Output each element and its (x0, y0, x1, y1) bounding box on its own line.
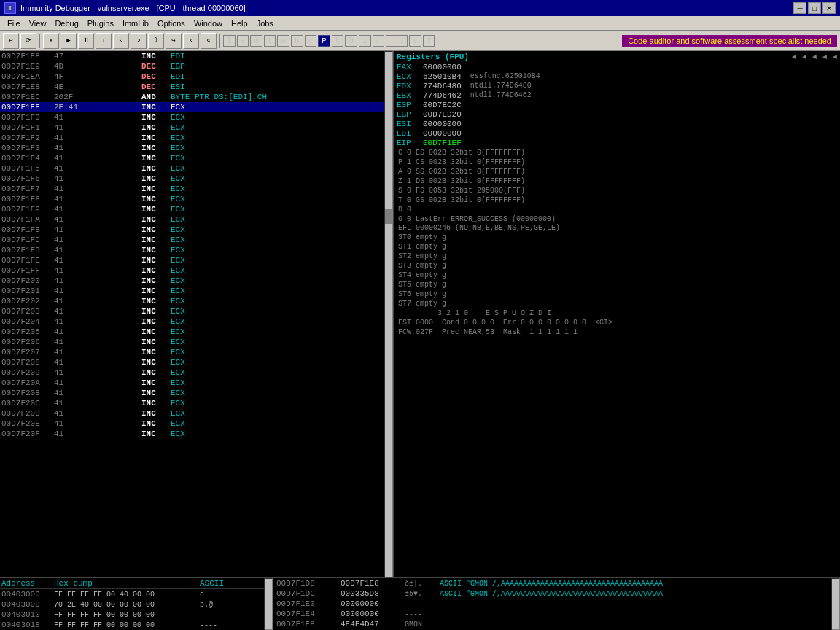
disasm-row[interactable]: 00D7F1FF 41 INC ECX (0, 265, 393, 276)
toolbar-ff[interactable]: » (183, 33, 199, 49)
menu-item-immlib[interactable]: ImmLib (118, 18, 153, 28)
disasm-row[interactable]: 00D7F209 41 INC ECX (0, 368, 393, 378)
nav-p[interactable]: P (318, 35, 330, 47)
disasm-row[interactable]: 00D7F1EE 2E:41 INC ECX (0, 102, 393, 112)
disasm-row[interactable]: 00D7F201 41 INC ECX (0, 286, 393, 296)
disasm-scrollbar[interactable] (384, 51, 393, 578)
disasm-row[interactable]: 00D7F20B 41 INC ECX (0, 388, 393, 398)
menu-item-window[interactable]: Window (190, 18, 227, 28)
disasm-row[interactable]: 00D7F1E9 4D DEC EBP (0, 61, 393, 71)
disasm-row[interactable]: 00D7F20A 41 INC ECX (0, 378, 393, 388)
nav-k[interactable]: k (332, 35, 344, 47)
nav-s[interactable]: s (409, 35, 421, 47)
hex-row[interactable]: 00403018 FF FF FF FF 00 00 00 00 ---- (0, 620, 273, 630)
disasm-row[interactable]: 00D7F1F9 41 INC ECX (0, 204, 393, 214)
stack-row[interactable]: 00D7F1E4 00000000 ---- (273, 609, 840, 619)
close-button[interactable]: ✕ (822, 2, 836, 14)
disasm-row[interactable]: 00D7F1F8 41 INC ECX (0, 194, 393, 204)
toolbar-trace[interactable]: ⤵ (148, 33, 164, 49)
stack-row[interactable]: 00D7F1E8 4E4F4D47 GMON (273, 619, 840, 629)
hex-scrollbar[interactable] (264, 578, 273, 630)
nav-b[interactable]: b (345, 35, 357, 47)
disasm-row[interactable]: 00D7F200 41 INC ECX (0, 276, 393, 286)
toolbar-restart[interactable]: ⟳ (20, 33, 36, 49)
hex-row[interactable]: 00403010 FF FF FF FF 00 00 00 00 ---- (0, 610, 273, 620)
toolbar-run[interactable]: ▶ (61, 33, 77, 49)
reg-nav-left1[interactable]: ◄ (792, 53, 796, 61)
toolbar-pause[interactable]: ⏸ (78, 33, 94, 49)
disasm-row[interactable]: 00D7F1FC 41 INC ECX (0, 235, 393, 245)
disasm-row[interactable]: 00D7F1F2 41 INC ECX (0, 133, 393, 143)
toolbar-animate[interactable]: ↪ (166, 33, 182, 49)
nav-e[interactable]: e (237, 35, 249, 47)
toolbar-rr[interactable]: « (201, 33, 217, 49)
disasm-row[interactable]: 00D7F1F1 41 INC ECX (0, 122, 393, 133)
disasm-row[interactable]: 00D7F1F5 41 INC ECX (0, 163, 393, 174)
nav-m[interactable]: m (250, 35, 262, 47)
nav-r[interactable]: r (373, 35, 385, 47)
disasm-row[interactable]: 00D7F1FB 41 INC ECX (0, 225, 393, 235)
disasm-row[interactable]: 00D7F208 41 INC ECX (0, 357, 393, 368)
disasm-row[interactable]: 00D7F20C 41 INC ECX (0, 398, 393, 408)
nav-h[interactable]: h (291, 35, 303, 47)
disasm-mnem: INC (141, 266, 171, 275)
menu-item-jobs[interactable]: Jobs (252, 18, 278, 28)
disasm-row[interactable]: 00D7F20F 41 INC ECX (0, 429, 393, 439)
hex-row[interactable]: 00403008 70 2E 40 00 00 00 00 00 p.@ (0, 599, 273, 610)
toolbar-stepout[interactable]: ↗ (131, 33, 147, 49)
fpu-row: ST1 empty g (397, 243, 837, 252)
menu-item-plugins[interactable]: Plugins (83, 18, 118, 28)
disasm-addr: 00D7F201 (1, 287, 54, 295)
disasm-row[interactable]: 00D7F207 41 INC ECX (0, 347, 393, 357)
nav-z[interactable]: z (359, 35, 371, 47)
disasm-row[interactable]: 00D7F20E 41 INC ECX (0, 419, 393, 429)
maximize-button[interactable]: □ (808, 2, 821, 14)
disasm-row[interactable]: 00D7F1EC 202F AND BYTE PTR DS:[EDI],CH (0, 92, 393, 102)
menu-item-debug[interactable]: Debug (50, 18, 82, 28)
disasm-row[interactable]: 00D7F1F3 41 INC ECX (0, 143, 393, 153)
nav-c[interactable]: c (305, 35, 317, 47)
toolbar-back[interactable]: ↩ (3, 33, 19, 49)
nav-t[interactable]: t (264, 35, 276, 47)
disasm-row[interactable]: 00D7F1EB 4E DEC ESI (0, 82, 393, 92)
disasm-row[interactable]: 00D7F1E8 47 INC EDI (0, 51, 393, 61)
nav-dots[interactable]: ... (386, 35, 408, 47)
reg-nav-left5[interactable]: ◄ (833, 53, 837, 61)
minimize-button[interactable]: ─ (793, 2, 806, 14)
reg-val: 625010B4 (423, 72, 462, 81)
toolbar-stepover[interactable]: ↘ (113, 33, 129, 49)
toolbar-stop[interactable]: ✕ (43, 33, 59, 49)
disasm-row[interactable]: 00D7F1FD 41 INC ECX (0, 245, 393, 255)
disasm-row[interactable]: 00D7F1FE 41 INC ECX (0, 255, 393, 265)
disasm-row[interactable]: 00D7F1F0 41 INC ECX (0, 112, 393, 122)
hex-row[interactable]: 00403000 FF FF FF FF 00 40 00 00 e (0, 589, 273, 599)
menu-item-file[interactable]: File (3, 18, 25, 28)
disasm-row[interactable]: 00D7F202 41 INC ECX (0, 296, 393, 306)
stack-scrollbar[interactable] (831, 578, 840, 630)
disasm-row[interactable]: 00D7F205 41 INC ECX (0, 327, 393, 337)
nav-help[interactable]: ? (423, 35, 435, 47)
disasm-row[interactable]: 00D7F1F4 41 INC ECX (0, 153, 393, 163)
toolbar-stepinto[interactable]: ↓ (96, 33, 112, 49)
menu-item-view[interactable]: View (25, 18, 51, 28)
stack-row[interactable]: 00D7F1DC 000335D8 ±5▼. ASCII "GMON /,AAA… (273, 588, 840, 599)
reg-nav-left2[interactable]: ◄ (802, 53, 806, 61)
disasm-row[interactable]: 00D7F1EA 4F DEC EDI (0, 71, 393, 82)
disasm-row[interactable]: 00D7F1F6 41 INC ECX (0, 174, 393, 184)
nav-l[interactable]: l (223, 35, 236, 47)
stack-row[interactable]: 00D7F1E0 00000000 ---- (273, 599, 840, 609)
stack-row[interactable]: 00D7F1D8 00D7F1E8 δ±|. ASCII "GMON /,AAA… (273, 578, 840, 588)
disasm-row[interactable]: 00D7F1FA 41 INC ECX (0, 214, 393, 225)
menu-item-options[interactable]: Options (153, 18, 190, 28)
disasm-row[interactable]: 00D7F20D 41 INC ECX (0, 408, 393, 419)
disasm-row[interactable]: 00D7F204 41 INC ECX (0, 316, 393, 327)
hex-row-bytes: FF FF FF FF 00 00 00 00 (54, 611, 200, 619)
reg-nav-left3[interactable]: ◄ (812, 53, 817, 61)
reg-nav-left4[interactable]: ◄ (822, 53, 827, 61)
disasm-row[interactable]: 00D7F203 41 INC ECX (0, 306, 393, 316)
eip-name: EIP (397, 139, 419, 147)
disasm-row[interactable]: 00D7F1F7 41 INC ECX (0, 184, 393, 194)
menu-item-help[interactable]: Help (227, 18, 252, 28)
nav-w[interactable]: w (277, 35, 289, 47)
disasm-row[interactable]: 00D7F206 41 INC ECX (0, 337, 393, 347)
